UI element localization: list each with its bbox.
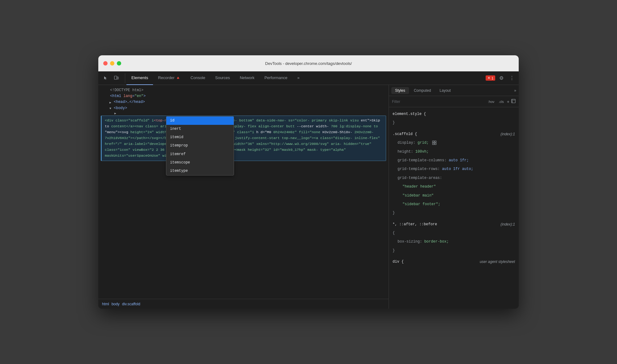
scaffold-origin: (index):1 (500, 131, 515, 137)
refresh-styles-icon[interactable] (511, 99, 516, 104)
error-badge[interactable]: ✕ 1 (486, 75, 495, 81)
line-spacer (106, 95, 109, 98)
style-prop-line: display: grid; (389, 138, 519, 147)
style-prop[interactable]: "sidebar footer"; (393, 202, 440, 206)
html-close-bracket: > (143, 93, 146, 99)
filter-badges: :hov .cls + (487, 99, 516, 104)
style-prop-line: "sidebar main" (389, 191, 519, 200)
style-prop-line: box-sizing: border-box; (389, 237, 519, 246)
tab-performance[interactable]: Performance (259, 71, 292, 85)
style-prop[interactable]: "sidebar main" (393, 193, 434, 198)
universal-origin: (index):1 (500, 221, 515, 227)
html-open-tag: <html (110, 93, 123, 99)
breadcrumb-html[interactable]: html (102, 302, 109, 306)
tab-sources[interactable]: Sources (210, 71, 235, 85)
styles-filter: :hov .cls + (389, 96, 519, 107)
head-tag: <head>…</head> (114, 99, 145, 105)
close-button[interactable] (103, 61, 108, 66)
style-close-line: } (389, 209, 519, 217)
autocomplete-item[interactable]: itemtype (166, 167, 234, 175)
style-prop[interactable]: grid-template-areas: (393, 176, 442, 180)
autocomplete-item[interactable]: itemscope (166, 159, 234, 167)
style-prop[interactable]: grid-template-columns: auto 1fr; (393, 158, 469, 163)
prop-name-boxsizing: box-sizing: (398, 239, 424, 244)
settings-icon[interactable]: ⚙ (497, 74, 506, 83)
cls-badge[interactable]: .cls (497, 99, 505, 104)
style-prop[interactable]: grid-template-rows: auto 1fr auto; (393, 167, 473, 171)
cursor-icon[interactable] (101, 73, 111, 83)
selected-html-block[interactable]: <div class="scaffold" i<top-nav class="d… (100, 116, 387, 161)
autocomplete-item[interactable]: inert (166, 125, 234, 133)
html-line[interactable] (98, 111, 389, 115)
prop-val-gta3: "sidebar footer"; (402, 202, 440, 206)
style-prop[interactable]: box-sizing: border-box; (393, 239, 449, 244)
html-line[interactable]: <head>…</head> (98, 99, 389, 105)
tab-more-icon[interactable]: » (514, 88, 516, 93)
prop-val-gtr2: auto; (462, 167, 473, 171)
collapse-triangle[interactable] (109, 100, 113, 104)
body-tag: <body> (114, 105, 127, 111)
style-rule-element: element.style { } (389, 110, 519, 127)
filter-input[interactable] (392, 99, 484, 104)
breadcrumb-scaffold[interactable]: div.scaffold (122, 302, 140, 306)
style-selector-line: *, ::after, ::before (index):1 (389, 220, 519, 229)
tab-styles[interactable]: Styles (391, 87, 409, 94)
html-line[interactable]: <!DOCTYPE html> (98, 87, 389, 93)
style-close-brace: } (393, 121, 395, 125)
svg-rect-5 (435, 141, 436, 142)
toolbar-right: ✕ 1 ⚙ ⋮ (486, 74, 516, 83)
collapse-triangle[interactable] (109, 106, 113, 110)
hov-badge[interactable]: :hov (487, 99, 496, 104)
style-prop-line: grid-template-columns: auto 1fr; (389, 156, 519, 165)
autocomplete-item[interactable]: itemid (166, 133, 234, 142)
style-prop[interactable]: height: 100vh; (393, 150, 429, 154)
tab-more[interactable]: » (292, 71, 304, 85)
equals: = (132, 93, 134, 99)
html-panel: <!DOCTYPE html> <html lang="en"> <head>…… (98, 85, 389, 309)
element-style-selector[interactable]: element.style { (393, 112, 426, 116)
devtools-window: DevTools - developer.chrome.com/tags/dev… (98, 55, 519, 309)
toolbar-tabs: Elements Recorder 🔺 Console Sources Netw… (126, 71, 486, 85)
html-line[interactable]: <body> (98, 105, 389, 111)
autocomplete-dropdown[interactable]: id inert itemid itemprop itemref itemsco… (166, 116, 234, 176)
autocomplete-item[interactable]: id (166, 116, 234, 125)
grid-icon[interactable] (432, 141, 436, 145)
tab-network[interactable]: Network (235, 71, 260, 85)
styles-panel: Styles Computed Layout » :hov .cls + (389, 85, 519, 309)
prop-val-gta2: "sidebar main" (402, 193, 434, 198)
universal-selector[interactable]: *, ::after, ::before (393, 222, 437, 226)
minimize-button[interactable] (110, 61, 114, 66)
autocomplete-item[interactable]: itemref (166, 150, 234, 159)
plus-icon[interactable]: + (507, 99, 509, 104)
line-spacer (106, 89, 109, 92)
breadcrumb-body[interactable]: body (112, 302, 120, 306)
device-icon[interactable] (111, 73, 121, 83)
div-selector[interactable]: div { (393, 260, 404, 264)
prop-val-boxsizing: border-box; (424, 239, 449, 244)
style-prop-line: "header header" (389, 182, 519, 191)
html-code: <!DOCTYPE html> <html lang="en"> <head>…… (98, 85, 389, 299)
maximize-button[interactable] (117, 61, 121, 66)
autocomplete-item[interactable]: itemprop (166, 142, 234, 150)
svg-rect-1 (117, 77, 118, 79)
more-options-icon[interactable]: ⋮ (508, 74, 516, 83)
svg-rect-0 (114, 76, 117, 79)
style-prop[interactable]: display: grid; (393, 141, 436, 145)
prop-name-gtc: grid-template-columns: (398, 158, 449, 163)
tab-recorder[interactable]: Recorder 🔺 (153, 71, 185, 85)
scaffold-selector[interactable]: .scaffold { (393, 132, 417, 136)
tab-elements[interactable]: Elements (126, 71, 153, 85)
window-controls (103, 61, 121, 66)
style-prop[interactable]: "header header" (393, 184, 436, 189)
html-line[interactable]: <html lang="en"> (98, 93, 389, 99)
prop-name-display: display: (398, 141, 418, 145)
tab-layout[interactable]: Layout (436, 87, 454, 94)
window-title: DevTools - developer.chrome.com/tags/dev… (265, 61, 352, 66)
style-close-line: } (389, 118, 519, 127)
tab-computed[interactable]: Computed (410, 87, 435, 94)
scaffold-close-brace: } (393, 211, 395, 215)
tab-console[interactable]: Console (185, 71, 210, 85)
collapse-triangle[interactable] (114, 111, 118, 115)
html-attr-name: lang (123, 93, 132, 99)
svg-rect-7 (435, 143, 436, 145)
